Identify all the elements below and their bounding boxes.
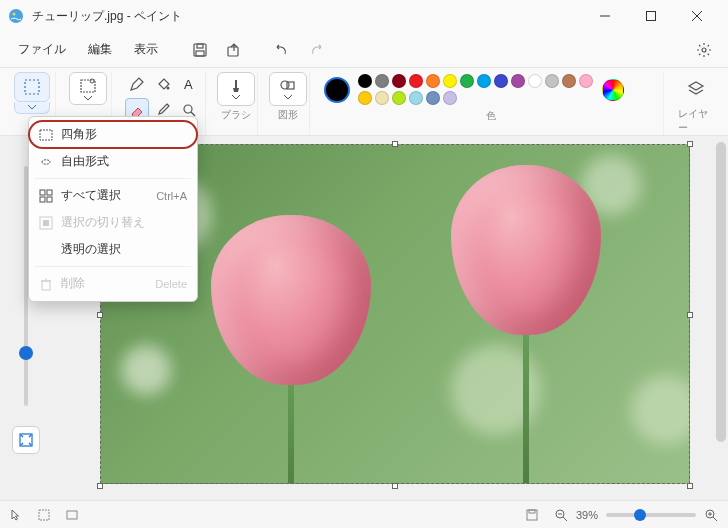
layers-tool[interactable] bbox=[677, 72, 715, 105]
share-icon[interactable] bbox=[220, 36, 248, 64]
svg-text:A: A bbox=[184, 77, 193, 92]
svg-point-0 bbox=[9, 9, 23, 23]
maximize-button[interactable] bbox=[628, 0, 674, 32]
svg-rect-35 bbox=[529, 510, 535, 513]
svg-rect-29 bbox=[42, 281, 50, 290]
color-swatch[interactable] bbox=[409, 74, 423, 88]
text-icon[interactable]: A bbox=[177, 72, 201, 96]
svg-rect-7 bbox=[197, 44, 203, 48]
image-tool[interactable] bbox=[69, 72, 107, 105]
settings-icon[interactable] bbox=[690, 36, 718, 64]
fill-icon[interactable] bbox=[151, 72, 175, 96]
zoom-value: 39% bbox=[576, 509, 598, 521]
fit-to-window-button[interactable] bbox=[12, 426, 40, 454]
color-swatch[interactable] bbox=[358, 91, 372, 105]
zoom-out-icon[interactable] bbox=[554, 508, 568, 522]
color-swatch[interactable] bbox=[409, 91, 423, 105]
selection-status-icon bbox=[38, 509, 50, 521]
svg-line-38 bbox=[563, 517, 567, 521]
zoom-in-icon[interactable] bbox=[704, 508, 718, 522]
shapes-tool[interactable] bbox=[269, 72, 307, 106]
svg-rect-25 bbox=[40, 197, 45, 202]
app-icon bbox=[8, 8, 24, 24]
color-swatch[interactable] bbox=[460, 74, 474, 88]
svg-point-16 bbox=[184, 105, 192, 113]
close-button[interactable] bbox=[674, 0, 720, 32]
window-title: チューリップ.jpg - ペイント bbox=[32, 8, 582, 25]
svg-rect-28 bbox=[43, 220, 49, 226]
svg-rect-12 bbox=[81, 80, 95, 92]
dropdown-select-all[interactable]: すべて選択 Ctrl+A bbox=[29, 182, 197, 209]
svg-rect-9 bbox=[228, 47, 238, 56]
svg-rect-11 bbox=[25, 80, 39, 94]
color-palette bbox=[356, 72, 596, 107]
color-swatch[interactable] bbox=[375, 91, 389, 105]
svg-point-1 bbox=[13, 13, 16, 16]
selection-dropdown-button[interactable] bbox=[14, 102, 50, 114]
save-status-icon bbox=[526, 509, 538, 521]
svg-rect-26 bbox=[47, 197, 52, 202]
brush-tool[interactable] bbox=[217, 72, 255, 106]
selection-dropdown-menu: 四角形 自由形式 すべて選択 Ctrl+A 選択の切り替え 透明の選択 削除 D… bbox=[28, 116, 198, 302]
color-swatch[interactable] bbox=[562, 74, 576, 88]
svg-rect-8 bbox=[196, 51, 204, 56]
svg-line-42 bbox=[713, 517, 717, 521]
color-swatch[interactable] bbox=[443, 74, 457, 88]
svg-rect-22 bbox=[40, 130, 52, 140]
color-swatch[interactable] bbox=[477, 74, 491, 88]
cursor-icon bbox=[10, 509, 22, 521]
color-swatch[interactable] bbox=[545, 74, 559, 88]
pencil-icon[interactable] bbox=[125, 72, 149, 96]
selection-tool[interactable] bbox=[14, 72, 50, 102]
vertical-scrollbar[interactable] bbox=[714, 136, 728, 486]
undo-icon[interactable] bbox=[268, 36, 296, 64]
svg-point-10 bbox=[702, 48, 706, 52]
zoom-slider-thumb-status[interactable] bbox=[634, 509, 646, 521]
ribbon-label-shapes: 図形 bbox=[278, 108, 298, 122]
svg-rect-33 bbox=[67, 511, 77, 519]
menu-file[interactable]: ファイル bbox=[10, 37, 74, 62]
color-swatch[interactable] bbox=[511, 74, 525, 88]
canvas-size-icon bbox=[66, 509, 78, 521]
svg-point-14 bbox=[166, 87, 169, 90]
zoom-slider[interactable] bbox=[606, 513, 696, 517]
menu-view[interactable]: 表示 bbox=[126, 37, 166, 62]
ribbon-label-color: 色 bbox=[486, 109, 496, 123]
redo-icon[interactable] bbox=[302, 36, 330, 64]
svg-rect-24 bbox=[47, 190, 52, 195]
color-swatch[interactable] bbox=[494, 74, 508, 88]
color-swatch[interactable] bbox=[528, 74, 542, 88]
save-icon[interactable] bbox=[186, 36, 214, 64]
color-swatch[interactable] bbox=[375, 74, 389, 88]
svg-rect-32 bbox=[39, 510, 49, 520]
svg-rect-3 bbox=[647, 12, 656, 21]
current-color[interactable] bbox=[324, 77, 350, 103]
dropdown-freeform[interactable]: 自由形式 bbox=[29, 148, 197, 175]
dropdown-transparent[interactable]: 透明の選択 bbox=[29, 236, 197, 263]
color-swatch[interactable] bbox=[579, 74, 593, 88]
color-swatch[interactable] bbox=[392, 74, 406, 88]
dropdown-rectangle[interactable]: 四角形 bbox=[29, 121, 197, 148]
color-swatch[interactable] bbox=[443, 91, 457, 105]
dropdown-delete: 削除 Delete bbox=[29, 270, 197, 297]
zoom-slider-thumb[interactable] bbox=[19, 346, 33, 360]
menu-edit[interactable]: 編集 bbox=[80, 37, 120, 62]
edit-colors-icon[interactable] bbox=[602, 79, 624, 101]
ribbon-label-layers: レイヤー bbox=[678, 107, 714, 135]
color-swatch[interactable] bbox=[426, 91, 440, 105]
color-swatch[interactable] bbox=[426, 74, 440, 88]
ribbon-label-brush: ブラシ bbox=[221, 108, 251, 122]
minimize-button[interactable] bbox=[582, 0, 628, 32]
color-swatch[interactable] bbox=[358, 74, 372, 88]
svg-rect-23 bbox=[40, 190, 45, 195]
color-swatch[interactable] bbox=[392, 91, 406, 105]
dropdown-invert: 選択の切り替え bbox=[29, 209, 197, 236]
